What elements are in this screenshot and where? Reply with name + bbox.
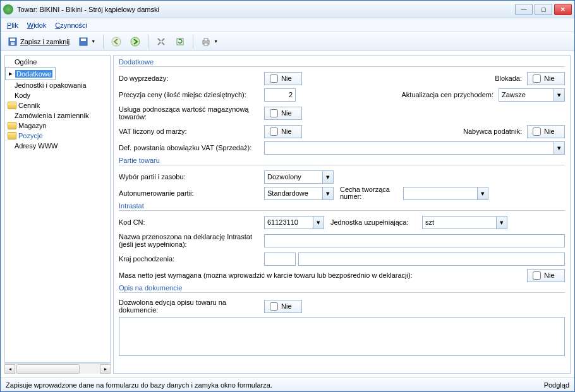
tree-pozycje[interactable]: Pozycje — [5, 131, 110, 141]
select-jednostka[interactable]: szt▾ — [422, 216, 507, 229]
toolbar: Zapisz i zamknij ▼ ▼ — [1, 32, 574, 51]
group-intrastat-title: Intrastat — [119, 202, 565, 211]
forward-button[interactable] — [127, 35, 143, 49]
select-wybor[interactable]: Dozwolony▾ — [264, 170, 334, 184]
folder-icon — [8, 132, 16, 140]
svg-rect-9 — [204, 39, 208, 41]
menubar: Plik Widok Czynności — [1, 18, 574, 32]
input-kraj-nazwa[interactable] — [298, 252, 565, 266]
select-aktualizacja[interactable]: Zawsze▾ — [499, 88, 565, 102]
save-as-icon — [78, 37, 88, 47]
tree-dodatkowe[interactable]: ▸Dodatkowe — [5, 67, 56, 80]
label-blokada: Blokada: — [302, 74, 527, 82]
label-usluga: Usługa podnosząca wartość magazynową tow… — [119, 105, 264, 121]
select-kodcn[interactable]: 61123110▾ — [264, 216, 324, 229]
menu-plik[interactable]: Plik — [7, 21, 18, 29]
chk-vat-marza[interactable]: Nie — [264, 125, 302, 138]
label-masa: Masa netto jest wymagana (można wprowadz… — [119, 271, 527, 279]
save-close-label: Zapisz i zamknij — [20, 38, 70, 45]
menu-czynnosci[interactable]: Czynności — [55, 21, 87, 29]
chevron-down-icon: ▾ — [477, 187, 488, 199]
label-dozwolona: Dozwolona edycja opisu towaru na dokumen… — [119, 299, 264, 314]
tree-jednostki[interactable]: Jednostki i opakowania — [5, 80, 110, 90]
chk-nabywca[interactable]: Nie — [527, 125, 565, 138]
tree-kody[interactable]: Kody — [5, 90, 110, 100]
statusbar: Zapisuje wprowadzone dane na formularzu … — [1, 377, 574, 391]
folder-icon — [8, 102, 16, 109]
chevron-down-icon: ▾ — [322, 171, 333, 183]
select-cecha[interactable]: ▾ — [403, 187, 488, 200]
label-jednostka: Jednostka uzupełniająca: — [324, 218, 422, 226]
input-nazwa-intra[interactable] — [264, 234, 565, 247]
label-kodcn: Kod CN: — [119, 218, 264, 226]
save-icon — [8, 37, 18, 47]
tree-magazyn[interactable]: Magazyn — [5, 121, 110, 131]
svg-point-6 — [131, 37, 140, 46]
chk-blokada[interactable]: Nie — [527, 72, 565, 85]
menu-widok[interactable]: Widok — [27, 21, 47, 29]
scroll-thumb[interactable] — [16, 364, 80, 374]
svg-point-5 — [112, 37, 121, 46]
label-do-wyprzedazy: Do wyprzedaży: — [119, 74, 264, 82]
arrow-left-icon — [111, 37, 121, 47]
label-nabywca: Nabywca podatnik: — [302, 128, 527, 135]
app-icon — [3, 4, 13, 15]
scroll-left-button[interactable]: ◂ — [4, 364, 15, 374]
svg-rect-2 — [11, 42, 15, 45]
chevron-down-icon: ▾ — [313, 217, 324, 229]
svg-rect-4 — [81, 39, 86, 41]
arrow-right-icon — [130, 37, 140, 47]
status-text: Zapisuje wprowadzone dane na formularzu … — [6, 381, 272, 389]
input-kraj-kod[interactable] — [264, 252, 296, 266]
save-dropdown-button[interactable]: ▼ — [75, 35, 99, 49]
chk-masa[interactable]: Nie — [527, 269, 565, 282]
group-partie-title: Partie towaru — [119, 157, 565, 165]
tree-ogolne[interactable]: Ogólne — [5, 57, 110, 67]
folder-icon — [8, 122, 16, 129]
maximize-button[interactable]: ▢ — [535, 4, 552, 15]
tree-scrollbar[interactable]: ◂ ▸ — [4, 363, 111, 374]
select-def-vat[interactable]: ▾ — [264, 141, 565, 155]
label-precyzja: Precyzja ceny (ilość miejsc dziesiętnych… — [119, 91, 264, 98]
printer-icon — [201, 37, 211, 47]
back-button[interactable] — [108, 35, 124, 49]
select-autonum[interactable]: Standardowe▾ — [264, 187, 334, 200]
scroll-right-button[interactable]: ▸ — [100, 364, 111, 374]
refresh-icon — [175, 37, 185, 47]
label-autonum: Autonumerowanie partii: — [119, 189, 264, 197]
svg-rect-10 — [204, 43, 208, 45]
print-button[interactable]: ▼ — [198, 35, 221, 49]
tree-zamowienia[interactable]: Zamówienia i zamiennik — [5, 110, 110, 121]
app-window: Towar: BIKINI - Bikini - Strój kąpielowy… — [0, 0, 575, 392]
tree-cennik[interactable]: Cennik — [5, 100, 110, 110]
minimize-button[interactable]: — — [515, 4, 533, 15]
svg-rect-1 — [10, 39, 15, 41]
chevron-down-icon: ▾ — [554, 142, 564, 154]
label-cecha: Cecha tworząca numer: — [334, 186, 403, 200]
label-def-vat: Def. powstania obowiązku VAT (Sprzedaż): — [119, 144, 264, 151]
chk-do-wyprzedazy[interactable]: Nie — [264, 72, 302, 85]
label-kraj: Kraj pochodzenia: — [119, 255, 264, 263]
refresh-button[interactable] — [172, 35, 188, 49]
status-podglad[interactable]: Podgląd — [544, 381, 569, 389]
label-nazwa-intra: Nazwa przenoszona na deklarację Intrasta… — [119, 233, 264, 248]
tools-button[interactable] — [153, 35, 169, 49]
tools-icon — [156, 37, 166, 47]
nav-tree: Ogólne ▸Dodatkowe Jednostki i opakowania… — [4, 55, 111, 363]
window-title: Towar: BIKINI - Bikini - Strój kąpielowy… — [17, 6, 515, 13]
group-opis-title: Opis na dokumencie — [119, 284, 565, 293]
group-dodatkowe-title: Dodatkowe — [119, 58, 565, 67]
chk-usluga[interactable]: Nie — [264, 107, 302, 120]
textarea-opis[interactable] — [119, 317, 565, 356]
chk-dozwolona[interactable]: Nie — [264, 300, 302, 313]
chevron-down-icon: ▾ — [496, 217, 507, 229]
input-precyzja[interactable] — [264, 88, 296, 102]
tree-adresy[interactable]: Adresy WWW — [5, 141, 110, 151]
label-aktualizacja: Aktualizacja cen przychodem: — [296, 91, 499, 98]
label-wybor: Wybór partii i zasobu: — [119, 173, 264, 181]
chevron-down-icon: ▾ — [554, 89, 564, 101]
save-close-button[interactable]: Zapisz i zamknij — [4, 35, 73, 49]
titlebar: Towar: BIKINI - Bikini - Strój kąpielowy… — [1, 1, 574, 18]
close-button[interactable]: ✕ — [554, 4, 572, 15]
label-vat-marza: VAT liczony od marży: — [119, 128, 264, 135]
